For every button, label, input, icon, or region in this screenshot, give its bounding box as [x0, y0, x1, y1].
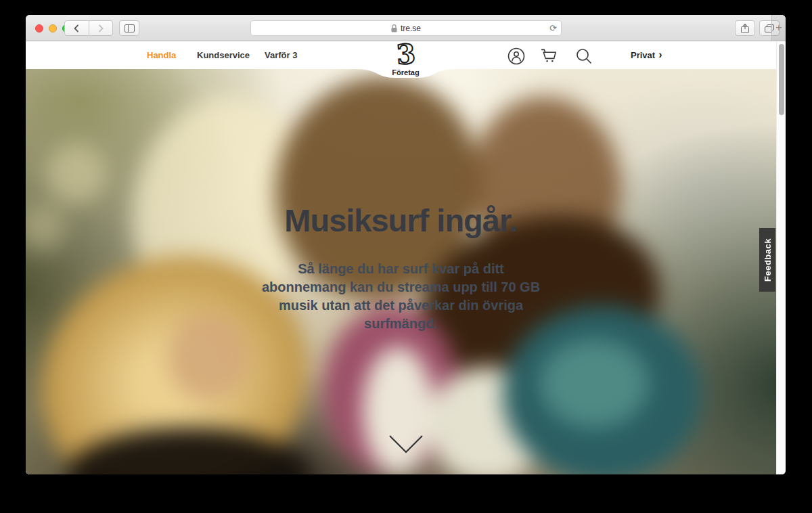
share-button[interactable] [735, 20, 755, 36]
site-logo[interactable]: 3 Företag [355, 41, 457, 69]
nav-link-privat[interactable]: Privat › [631, 41, 662, 69]
back-button[interactable] [65, 21, 89, 35]
chevron-right-icon: › [658, 49, 662, 60]
site-navbar: Handla Kundservice Varför 3 3 Företag [26, 41, 786, 69]
nav-link-handla[interactable]: Handla [147, 41, 176, 69]
feedback-tab[interactable]: Feedback [759, 228, 775, 292]
teal-cardigan-highlight [540, 340, 648, 428]
hero-body-line: surfmängd. [26, 315, 776, 333]
center-person-tank-top [363, 347, 434, 474]
nav-link-varfor-3[interactable]: Varför 3 [265, 41, 297, 69]
hero-section: Musiksurf ingår. Så länge du har surf kv… [26, 69, 786, 474]
scrollbar-track[interactable] [776, 41, 786, 474]
search-icon [575, 47, 593, 65]
safari-window: tre.se ⟳ + Handla Kundservice Varför 3 [26, 15, 786, 474]
share-icon [741, 24, 749, 33]
chevron-down-icon [388, 434, 424, 453]
bokeh-light [46, 143, 107, 204]
sidebar-icon [125, 24, 135, 32]
scroll-down-button[interactable] [388, 434, 424, 453]
close-window-button[interactable] [35, 24, 43, 32]
cart-icon [540, 47, 558, 65]
privat-label: Privat [631, 50, 655, 60]
sidebar-button[interactable] [119, 20, 139, 36]
hero-body-line: Så länge du har surf kvar på ditt [26, 260, 776, 278]
history-nav-group [64, 20, 113, 36]
three-logo-glyph: 3 [395, 39, 416, 70]
forward-button[interactable] [89, 21, 113, 35]
page-viewport: Handla Kundservice Varför 3 3 Företag [26, 41, 786, 474]
padlock-icon [391, 24, 397, 32]
search-button[interactable] [574, 47, 593, 65]
cart-button[interactable] [540, 47, 558, 65]
hero-body-line: abonnemang kan du streama upp till 70 GB [26, 278, 776, 296]
account-icon [508, 47, 525, 65]
new-tab-button[interactable]: + [771, 15, 786, 41]
plus-icon: + [775, 22, 782, 34]
feedback-label: Feedback [763, 238, 773, 282]
back-icon [74, 24, 79, 32]
address-bar[interactable]: tre.se ⟳ [250, 20, 562, 36]
logo-foretag-label[interactable]: Företag [355, 68, 457, 76]
hero-body-text: Så länge du har surf kvar på ditt abonne… [26, 260, 776, 333]
account-button[interactable] [507, 47, 525, 65]
nav-link-kundservice[interactable]: Kundservice [197, 41, 250, 69]
scrollbar-thumb[interactable] [779, 44, 784, 115]
reload-icon[interactable]: ⟳ [549, 24, 557, 32]
hero-body-line: musik utan att det påverkar din övriga [26, 296, 776, 315]
minimize-window-button[interactable] [49, 24, 57, 32]
forward-icon [98, 24, 104, 32]
hero-title: Musiksurf ingår. [26, 202, 776, 239]
url-text: tre.se [401, 24, 421, 33]
